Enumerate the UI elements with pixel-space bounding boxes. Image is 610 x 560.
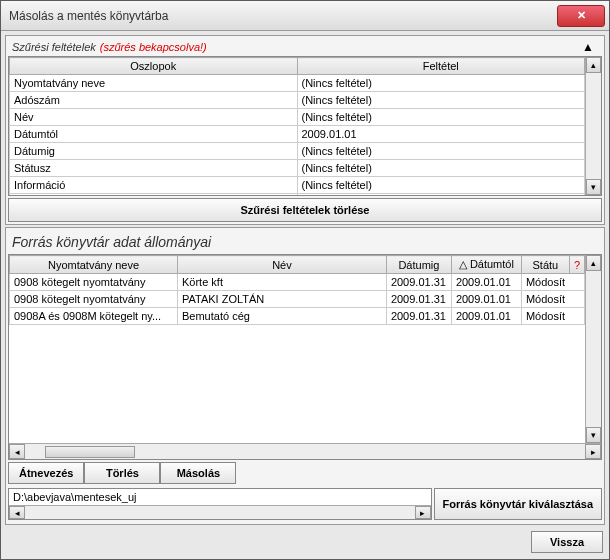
scroll-track[interactable]	[586, 271, 601, 427]
scroll-track[interactable]	[25, 506, 415, 519]
col-to[interactable]: Dátumig	[386, 256, 451, 274]
table-row[interactable]: Státusz(Nincs feltétel)	[10, 160, 585, 177]
help-icon[interactable]: ?	[569, 256, 584, 274]
path-display: D:\abevjava\mentesek_uj ◂ ▸	[8, 488, 432, 520]
rename-button[interactable]: Átnevezés	[8, 462, 84, 484]
col-name[interactable]: Név	[178, 256, 387, 274]
back-button[interactable]: Vissza	[531, 531, 603, 553]
filter-panel: Szűrési feltételek (szűrés bekapcsolva!)…	[5, 35, 605, 225]
source-header: Forrás könyvtár adat állományai	[8, 230, 602, 254]
path-row: D:\abevjava\mentesek_uj ◂ ▸ Forrás könyv…	[8, 486, 602, 522]
content-area: Szűrési feltételek (szűrés bekapcsolva!)…	[1, 31, 609, 559]
title-bar: Másolás a mentés könyvtárba ✕	[1, 1, 609, 31]
scroll-down-icon[interactable]: ▾	[586, 179, 601, 195]
table-row[interactable]: Adószám(Nincs feltétel)	[10, 92, 585, 109]
scroll-left-icon[interactable]: ◂	[9, 506, 25, 519]
scroll-track[interactable]	[586, 73, 601, 179]
source-hscrollbar[interactable]: ◂ ▸	[9, 443, 601, 459]
filter-scrollbar[interactable]: ▴ ▾	[585, 57, 601, 195]
col-status[interactable]: Státu	[521, 256, 569, 274]
filter-on-label: (szűrés bekapcsolva!)	[100, 41, 207, 53]
path-value: D:\abevjava\mentesek_uj	[9, 489, 431, 505]
pick-folder-button[interactable]: Forrás könyvtár kiválasztása	[434, 488, 602, 520]
clear-filter-button[interactable]: Szűrési feltételek törlése	[8, 198, 602, 222]
path-hscrollbar[interactable]: ◂ ▸	[9, 505, 431, 519]
scroll-right-icon[interactable]: ▸	[415, 506, 431, 519]
source-table: Nyomtatvány neve Név Dátumig △ Dátumtól …	[9, 255, 585, 325]
action-row: Átnevezés Törlés Másolás	[8, 460, 602, 486]
footer: Vissza	[5, 527, 605, 555]
source-table-wrap: Nyomtatvány neve Név Dátumig △ Dátumtól …	[8, 254, 602, 460]
col-oszlopok[interactable]: Oszlopok	[10, 58, 298, 75]
table-row[interactable]: Nyomtatvány neve(Nincs feltétel)	[10, 75, 585, 92]
col-feltetel[interactable]: Feltétel	[297, 58, 585, 75]
delete-button[interactable]: Törlés	[84, 462, 160, 484]
table-row[interactable]: 0908 kötegelt nyomtatványPATAKI ZOLTÁN20…	[10, 291, 585, 308]
table-row[interactable]: Név(Nincs feltétel)	[10, 109, 585, 126]
window-title: Másolás a mentés könyvtárba	[9, 9, 557, 23]
table-row[interactable]: 0908 kötegelt nyomtatványKörte kft2009.0…	[10, 274, 585, 291]
table-row[interactable]: Dátumig(Nincs feltétel)	[10, 143, 585, 160]
scroll-up-icon[interactable]: ▴	[586, 255, 601, 271]
source-panel: Forrás könyvtár adat állományai Nyomtatv…	[5, 227, 605, 525]
copy-button[interactable]: Másolás	[160, 462, 236, 484]
filter-header[interactable]: Szűrési feltételek (szűrés bekapcsolva!)…	[8, 38, 602, 56]
dialog-window: Másolás a mentés könyvtárba ✕ Szűrési fe…	[0, 0, 610, 560]
col-form[interactable]: Nyomtatvány neve	[10, 256, 178, 274]
table-row[interactable]: Dátumtól2009.01.01	[10, 126, 585, 143]
scroll-thumb[interactable]	[45, 446, 135, 458]
table-row[interactable]: Adóazonosító(Nincs feltétel)	[10, 194, 585, 196]
filter-table-wrap: Oszlopok Feltétel Nyomtatvány neve(Nincs…	[8, 56, 602, 196]
table-header-row: Oszlopok Feltétel	[10, 58, 585, 75]
filter-table: Oszlopok Feltétel Nyomtatvány neve(Nincs…	[9, 57, 585, 195]
scroll-down-icon[interactable]: ▾	[586, 427, 601, 443]
scroll-up-icon[interactable]: ▴	[586, 57, 601, 73]
close-icon: ✕	[577, 9, 586, 22]
scroll-track[interactable]	[25, 444, 585, 459]
scroll-right-icon[interactable]: ▸	[585, 444, 601, 459]
filter-label: Szűrési feltételek	[12, 41, 96, 53]
source-scrollbar[interactable]: ▴ ▾	[585, 255, 601, 443]
col-from[interactable]: △ Dátumtól	[451, 256, 521, 274]
scroll-left-icon[interactable]: ◂	[9, 444, 25, 459]
table-row[interactable]: 0908A és 0908M kötegelt ny...Bemutató cé…	[10, 308, 585, 325]
collapse-icon[interactable]: ▲	[578, 40, 598, 54]
table-row[interactable]: Információ(Nincs feltétel)	[10, 177, 585, 194]
table-header-row: Nyomtatvány neve Név Dátumig △ Dátumtól …	[10, 256, 585, 274]
close-button[interactable]: ✕	[557, 5, 605, 27]
